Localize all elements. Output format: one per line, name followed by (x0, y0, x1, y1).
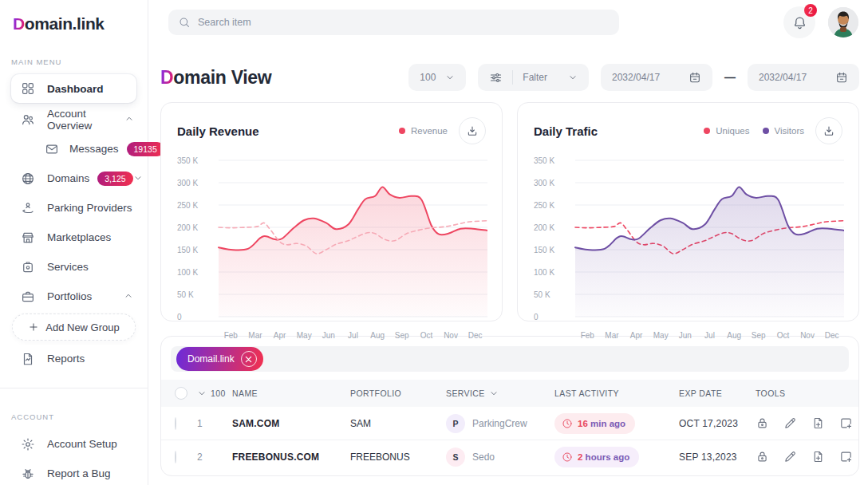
date-from-value: 2032/04/17 (612, 72, 660, 83)
download-chart-button[interactable] (815, 117, 842, 144)
y-tick-label: 300 K (177, 179, 198, 187)
lock-icon[interactable] (756, 416, 770, 431)
sidebar-item-label: Messages (69, 143, 119, 155)
search-box[interactable] (168, 10, 619, 35)
filter-chip[interactable]: Domail.link (176, 347, 263, 371)
sidebar-item-messages[interactable]: Messages 19135 (0, 134, 148, 164)
legend-dot-icon (763, 128, 769, 134)
sidebar-item-account-overview[interactable]: Account Overview (0, 104, 148, 134)
legend-item[interactable]: Revenue (399, 126, 448, 136)
sidebar-item-domains[interactable]: Domains 3,125 (0, 164, 148, 193)
content: Domain View 100 Falter 2032/04/17 (148, 45, 868, 476)
page-title: Domain View (160, 67, 271, 89)
topbar-right: 2 (783, 6, 858, 38)
chevron-down-icon[interactable] (133, 173, 143, 184)
chevron-up-icon[interactable] (124, 114, 135, 125)
column-last-activity[interactable]: LAST ACTIVITY (554, 388, 679, 398)
portfolio-name: SAM (350, 418, 446, 429)
lock-icon[interactable] (756, 450, 770, 464)
page-size-value: 100 (420, 72, 436, 83)
page-size-select[interactable]: 100 (408, 64, 466, 91)
sidebar-item-portfolios[interactable]: Portfolios (0, 282, 148, 311)
sidebar-item-reports[interactable]: Reports (0, 344, 148, 373)
calendar-icon (835, 71, 848, 84)
chip-close-button[interactable] (241, 351, 257, 367)
sidebar-item-label: Marketplaces (47, 231, 111, 243)
exp-date: OCT 17,2023 (679, 418, 756, 429)
column-service[interactable]: SERVICE (446, 388, 554, 398)
sidebar-item-report-a-bug[interactable]: Report a Bug (0, 459, 148, 485)
services-icon (21, 259, 37, 275)
briefcase-icon (21, 289, 37, 305)
date-to-value: 2032/04/17 (759, 72, 807, 83)
gear-icon (21, 436, 37, 452)
date-range-separator: — (724, 71, 736, 84)
x-tick-label: Dec (468, 331, 483, 340)
y-tick-label: 100 K (177, 268, 198, 277)
chart-legend: Revenue (399, 126, 448, 136)
chevron-down-icon (568, 73, 578, 82)
column-portfolio[interactable]: PORTFOLIO (350, 388, 446, 398)
notifications-button[interactable]: 2 (783, 6, 815, 38)
mail-icon (45, 141, 61, 157)
x-tick-label: Feb (581, 331, 595, 340)
sidebar: Domain.link MAIN MENU Dashboard Account … (0, 0, 148, 485)
y-tick-label: 200 K (177, 223, 198, 232)
row-checkbox[interactable] (175, 417, 176, 430)
store-icon (21, 230, 37, 246)
sidebar-item-account-setup[interactable]: Account Setup (0, 429, 148, 459)
service-cell: P ParkingCrew (446, 414, 554, 433)
date-from-picker[interactable]: 2032/04/17 (601, 64, 712, 91)
download-icon (466, 124, 479, 137)
x-tick-label: Sep (752, 331, 766, 340)
row-checkbox[interactable] (175, 451, 176, 463)
add-new-group-button[interactable]: Add New Group (12, 313, 136, 341)
sidebar-item-services[interactable]: Services (0, 252, 148, 282)
date-to-picker[interactable]: 2032/04/17 (748, 64, 859, 91)
user-avatar[interactable] (828, 7, 858, 37)
download-icon (823, 124, 835, 137)
domain-name[interactable]: FREEBONUS.COM (232, 451, 350, 463)
exp-date: SEP 13,2023 (679, 451, 756, 463)
search-input[interactable] (198, 17, 610, 28)
filter-sliders-icon (489, 71, 503, 85)
download-chart-button[interactable] (459, 117, 486, 144)
column-name[interactable]: NAME (232, 388, 350, 398)
column-count[interactable]: 100 (197, 388, 232, 398)
row-number: 1 (197, 418, 232, 429)
column-exp-date[interactable]: EXP DATE (679, 388, 756, 398)
note-add-icon[interactable] (839, 450, 854, 464)
sidebar-item-dashboard[interactable]: Dashboard (11, 74, 136, 103)
chart-card: Daily Trafic UniquesVisitors 350 K300 K2… (517, 102, 859, 321)
app-logo: Domain.link (0, 14, 148, 34)
column-tools: TOOLS (756, 388, 858, 398)
file-add-icon[interactable] (811, 416, 826, 431)
filter-select[interactable]: Falter (478, 64, 589, 91)
x-tick-label: Jun (679, 331, 692, 340)
y-tick-label: 250 K (177, 201, 198, 210)
last-activity-badge: 2 hours ago (554, 447, 639, 467)
portfolio-name: FREEBONUS (350, 451, 446, 463)
legend-item[interactable]: Visitors (763, 126, 805, 136)
sidebar-item-label: Report a Bug (47, 467, 111, 479)
sidebar-main-nav: Dashboard Account Overview Messages 1913… (0, 74, 148, 373)
sidebar-item-label: Services (47, 261, 89, 273)
row-number: 2 (197, 451, 232, 463)
select-all-checkbox[interactable] (175, 387, 187, 400)
x-tick-label: Mar (605, 331, 619, 340)
sidebar-item-marketplaces[interactable]: Marketplaces (0, 223, 148, 252)
sidebar-item-label: Parking Providers (47, 202, 132, 214)
main-menu-label: MAIN MENU (0, 57, 148, 66)
sidebar-item-label: Domains (47, 172, 89, 184)
chevron-up-icon[interactable] (124, 291, 135, 302)
file-add-icon[interactable] (811, 450, 826, 464)
x-tick-label: Jul (704, 331, 715, 340)
chart-plot: 350 K300 K250 K200 K150 K100 K50 K0FebMa… (534, 149, 844, 345)
domain-name[interactable]: SAM.COM (232, 418, 350, 429)
legend-item[interactable]: Uniques (704, 126, 749, 136)
edit-icon[interactable] (783, 450, 798, 464)
x-tick-label: Jun (322, 331, 335, 340)
sidebar-item-parking-providers[interactable]: Parking Providers (0, 193, 148, 223)
edit-icon[interactable] (783, 416, 798, 431)
note-add-icon[interactable] (839, 416, 854, 431)
